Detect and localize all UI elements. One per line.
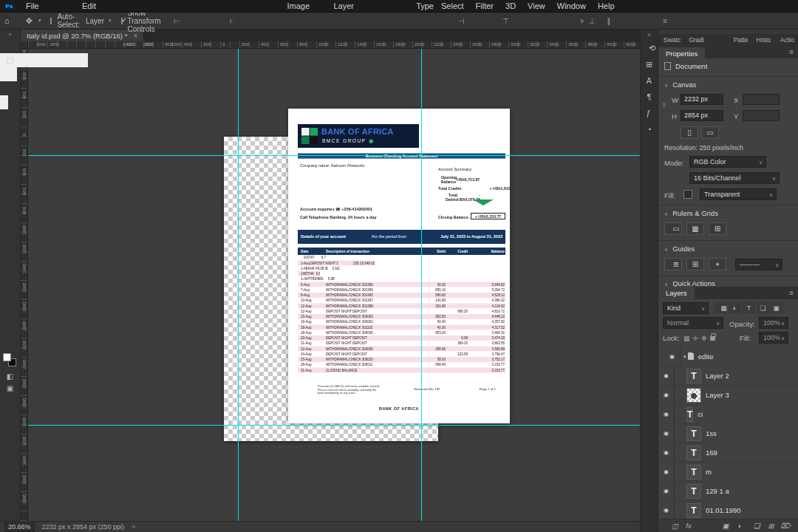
layer-row[interactable]: ◉ ▾ T m — [658, 463, 798, 482]
vertical-guide[interactable] — [238, 49, 239, 521]
menu-file[interactable]: File — [20, 0, 76, 12]
height-field[interactable]: 2854 px — [681, 110, 723, 121]
clone-source-panel-icon[interactable]: ⊞ — [641, 56, 658, 72]
layer-visibility-eye-icon[interactable]: ◉ — [658, 424, 675, 443]
character-panel-icon[interactable]: A — [641, 72, 658, 89]
filter-type-layers-icon[interactable]: T — [743, 302, 755, 313]
auto-select-checkbox[interactable] — [50, 18, 52, 24]
align-left-icon[interactable]: ⊢ — [171, 17, 228, 25]
lock-all-icon[interactable] — [710, 336, 715, 341]
paragraph-panel-icon[interactable]: ¶ — [641, 89, 658, 105]
link-layers-icon[interactable]: ◫ — [666, 522, 679, 530]
horizontal-ruler[interactable]: 2000180016001400120010008006004002000200… — [28, 41, 640, 49]
layer-visibility-eye-icon[interactable]: ◉ — [658, 482, 675, 501]
menu-edit[interactable]: Edit — [76, 0, 231, 12]
x-field[interactable] — [743, 94, 780, 105]
layer-row[interactable]: ◉ ▾ T cilta0000000...c<<<<<<<<0 d — [658, 405, 703, 424]
menu-window[interactable]: Window — [551, 0, 592, 12]
layer-row[interactable]: ◉ ▾ T 129 1 a — [658, 482, 798, 501]
expand-panels-icon[interactable]: « — [647, 30, 651, 40]
layer-visibility-eye-icon[interactable]: ◉ — [658, 366, 675, 386]
align-center-horizontal-icon[interactable]: ⊦ — [228, 17, 383, 25]
tab-gradients[interactable]: Gradi — [685, 34, 726, 46]
menu-help[interactable]: Help — [592, 0, 621, 12]
layer-visibility-eye-icon[interactable]: ◉ — [658, 386, 675, 405]
rulers-grids-section-header[interactable]: Rulers & Grids — [664, 209, 718, 217]
menu-type[interactable]: Type — [360, 0, 435, 12]
link-dimensions-icon[interactable]: ∞ — [661, 103, 668, 107]
auto-select-dropdown-icon[interactable]: ▾ — [109, 18, 112, 24]
align-bottom-icon[interactable]: ⊥ — [587, 17, 598, 25]
align-top-icon[interactable]: ⊤ — [467, 17, 511, 25]
crop-tool[interactable]: ⌗ — [0, 95, 8, 109]
toggle-rulers-icon[interactable]: ▭ — [664, 222, 682, 235]
menu-image[interactable]: Image — [231, 0, 316, 12]
guide-style-select[interactable]: ——— — [735, 259, 782, 270]
new-guide-icon[interactable]: ≣ — [664, 258, 682, 270]
menu-view[interactable]: View — [522, 0, 551, 12]
align-right-icon[interactable]: ⊣ — [383, 17, 467, 25]
panel-menu-icon[interactable]: ≡ — [789, 48, 794, 56]
guide-layout-icon[interactable]: ⊞ — [686, 258, 704, 270]
layers-panel-menu-icon[interactable]: ≡ — [789, 289, 794, 297]
auto-select-value[interactable]: Layer — [86, 17, 104, 25]
app-logo-icon[interactable]: Ps — [4, 1, 14, 11]
status-options-icon[interactable]: > — [132, 523, 135, 531]
layer-row[interactable]: ◉ ▾ T 1ss — [658, 424, 734, 443]
clear-guides-icon[interactable]: ⌖ — [709, 258, 726, 270]
layer-row[interactable]: ◉ ▾ T edite text — [658, 347, 715, 366]
menu-3d[interactable]: 3D — [499, 0, 522, 12]
distribute-vertical-icon[interactable]: ≡ — [661, 17, 798, 25]
timeline-panel-icon[interactable]: ◔ — [641, 121, 658, 137]
add-layer-mask-icon[interactable]: ▣ — [716, 522, 729, 530]
horizontal-guide[interactable] — [28, 425, 640, 426]
color-mode-select[interactable]: RGB Color — [689, 156, 766, 168]
move-tool-icon[interactable]: ✥ — [21, 16, 37, 26]
screen-mode-icon[interactable]: ▣ — [0, 382, 21, 394]
filter-smart-objects-icon[interactable]: ▣ — [771, 302, 783, 313]
menu-layer[interactable]: Layer — [316, 0, 360, 12]
filter-shape-layers-icon[interactable]: ❏ — [757, 302, 769, 313]
quick-actions-section-header[interactable]: Quick Actions — [664, 279, 715, 287]
layer-row[interactable]: ◉ ▾ T 169 — [658, 443, 798, 463]
tab-actions[interactable]: Actio — [775, 34, 798, 46]
quick-mask-icon[interactable]: ◧ — [0, 370, 21, 382]
tool-preset-dropdown-icon[interactable]: ▾ — [38, 18, 41, 24]
toolbar-expand-icon[interactable]: » — [8, 30, 11, 39]
layer-effects-icon[interactable]: fx — [686, 522, 709, 530]
fill-select[interactable]: Transparent — [700, 188, 777, 200]
home-icon[interactable]: ⌂ — [0, 16, 14, 25]
orientation-portrait-button[interactable]: ▯ — [681, 126, 698, 139]
horizontal-guide[interactable] — [28, 155, 640, 156]
tab-patterns[interactable]: Patte — [727, 34, 752, 46]
distribute-horizontal-icon[interactable]: ∥ — [604, 17, 661, 25]
fill-field[interactable]: 100% — [759, 332, 788, 344]
opacity-field[interactable]: 100% — [759, 317, 788, 329]
align-middle-icon[interactable]: ⊧ — [511, 17, 587, 25]
blend-mode-select[interactable]: Normal — [663, 317, 723, 329]
vertical-guide[interactable] — [421, 49, 422, 521]
toggle-grid-icon[interactable]: ▦ — [686, 222, 704, 235]
lock-image-pixels-icon[interactable]: ✛ — [693, 335, 699, 342]
bit-depth-select[interactable]: 16 Bits/Channel — [689, 172, 780, 184]
show-transform-checkbox[interactable] — [121, 18, 123, 24]
foreground-color-swatch[interactable] — [3, 353, 11, 361]
orientation-landscape-button[interactable]: ▭ — [701, 126, 719, 139]
new-layer-icon[interactable]: ⊞ — [768, 522, 774, 530]
libraries-panel-icon[interactable]: ƒ — [641, 105, 658, 121]
canvas-section-header[interactable]: Canvas — [664, 81, 696, 89]
layer-filter-kind-select[interactable]: Kind — [663, 302, 709, 314]
y-field[interactable] — [743, 110, 780, 121]
group-expand-icon[interactable]: ▾ — [683, 354, 688, 360]
tab-histogram[interactable]: Histo — [753, 34, 774, 46]
new-group-icon[interactable]: ❏ — [748, 522, 761, 530]
filter-adjustment-layers-icon[interactable]: ◐ — [729, 302, 741, 313]
menu-select[interactable]: Select — [435, 0, 470, 12]
layer-visibility-eye-icon[interactable]: ◉ — [664, 347, 681, 366]
toggle-snap-icon[interactable]: ⊞ — [709, 222, 726, 235]
tab-layers[interactable]: Layers — [658, 287, 695, 299]
layer-visibility-eye-icon[interactable]: ◉ — [658, 405, 675, 424]
fill-swatch[interactable] — [683, 190, 692, 199]
delete-layer-icon[interactable]: ⌦ — [781, 522, 791, 530]
layer-row[interactable]: ◉ ▾ T Layer 3 — [658, 386, 743, 405]
